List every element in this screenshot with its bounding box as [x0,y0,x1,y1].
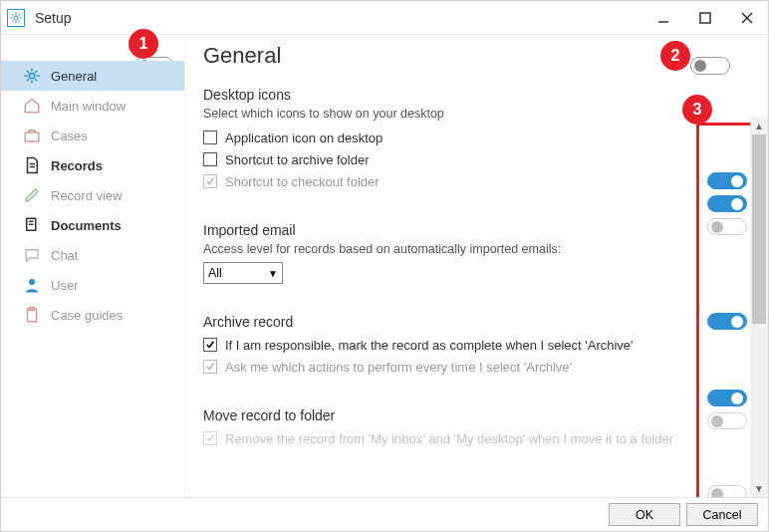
annotation-badge-2: 2 [660,41,690,71]
sidebar-item-label: Cases [51,129,88,143]
option-app-icon-desktop[interactable]: Application icon on desktop [203,127,688,148]
scroll-down-icon[interactable]: ▼ [750,479,768,497]
annotation-badge-1: 1 [128,29,158,59]
option-label: Ask me which actions to perform every ti… [225,360,572,375]
clipboard-icon [23,306,41,324]
annotation-toggles-column [696,123,758,511]
option-move-remove: Remove the record from 'My inbox' and 'M… [203,427,688,449]
option-label: Remove the record from 'My inbox' and 'M… [225,431,673,446]
sidebar-item-label: Documents [51,218,122,233]
svg-point-13 [29,73,34,78]
dialog-footer: OK Cancel [1,497,768,531]
svg-line-20 [27,79,29,81]
minimize-button[interactable] [642,1,684,35]
checkbox-icon [203,338,217,352]
option-label: If I am responsible, mark the record as … [225,338,634,353]
svg-line-7 [12,20,14,22]
option-archive-complete[interactable]: If I am responsible, mark the record as … [203,334,688,356]
gear-icon [23,67,41,85]
checkbox-icon [203,131,217,144]
sidebar-item-records[interactable]: Records [1,150,184,180]
checkbox-icon [203,174,217,188]
option-label: Application icon on desktop [225,131,383,145]
checkbox-icon [203,431,217,445]
section-desktop-icons-title: Desktop icons [203,87,688,103]
svg-line-21 [35,71,37,73]
window-title: Setup [35,10,72,26]
option-label: Shortcut to checkout folder [225,174,380,189]
page-title: General [203,43,688,69]
option-shortcut-checkout: Shortcut to checkout folder [203,170,688,192]
sidebar-item-label: Case guides [51,308,123,323]
pencil-icon [23,186,41,204]
svg-rect-10 [700,13,710,23]
briefcase-icon [23,127,41,144]
section-desktop-icons-sub: Select which icons to show on your deskt… [203,107,688,121]
svg-line-8 [19,14,21,16]
sidebar-item-main-window[interactable]: Main window [1,91,184,121]
maximize-button[interactable] [684,1,726,35]
home-icon [23,97,41,115]
toggle-shortcut-archive[interactable] [707,195,747,212]
sidebar-item-record-view[interactable]: Record view [1,180,184,210]
checkbox-icon [203,152,217,166]
sidebar: General Main window Cases Records Record… [1,35,184,497]
scroll-thumb[interactable] [752,134,766,324]
user-icon [23,276,41,294]
svg-line-6 [19,20,21,22]
toggle-archive-ask[interactable] [707,412,747,429]
documents-icon [23,216,41,234]
window-controls [642,1,768,35]
document-icon [23,156,41,174]
sidebar-item-label: Chat [51,248,78,263]
close-button[interactable] [726,1,768,35]
select-value: All [208,266,222,280]
ok-button[interactable]: OK [609,503,680,526]
sidebar-item-cases[interactable]: Cases [1,121,184,150]
svg-line-19 [35,79,37,81]
sidebar-item-general[interactable]: General [1,61,184,91]
sidebar-item-label: Records [51,158,103,173]
svg-point-28 [29,279,35,285]
sidebar-item-case-guides[interactable]: Case guides [1,300,184,330]
sidebar-item-label: User [51,278,78,293]
vertical-scrollbar[interactable]: ▲ ▼ [750,117,768,497]
section-imported-email-title: Imported email [203,222,688,238]
toggle-archive-complete[interactable] [707,390,747,406]
app-icon [7,9,25,27]
toggle-shortcut-checkout[interactable] [707,218,747,235]
sidebar-item-label: Record view [51,188,123,203]
title-bar: Setup [1,1,768,35]
section-imported-email-sub: Access level for records based on automa… [203,242,688,256]
svg-line-18 [27,71,29,73]
scroll-up-icon[interactable]: ▲ [750,117,768,134]
chat-icon [23,246,41,264]
option-archive-ask: Ask me which actions to perform every ti… [203,356,688,378]
annotation-badge-3: 3 [682,95,712,125]
content-panel: General Desktop icons Select which icons… [184,35,768,497]
cancel-button[interactable]: Cancel [686,503,758,526]
access-level-select[interactable]: All ▼ [203,262,283,284]
sidebar-item-label: General [51,69,97,84]
sidebar-item-chat[interactable]: Chat [1,240,184,270]
checkbox-icon [203,360,217,374]
section-archive-record-title: Archive record [203,314,688,330]
sidebar-item-documents[interactable]: Documents [1,210,184,240]
sidebar-item-user[interactable]: User [1,270,184,300]
chevron-down-icon: ▼ [268,268,278,279]
svg-line-5 [12,14,14,16]
svg-rect-22 [25,133,39,141]
option-label: Shortcut to archive folder [225,152,370,167]
sidebar-item-label: Main window [51,99,126,114]
section-move-record-title: Move record to folder [203,407,688,423]
toggle-app-icon[interactable] [707,172,747,189]
svg-point-0 [14,16,18,20]
toggle-access-level[interactable] [707,313,747,330]
option-shortcut-archive[interactable]: Shortcut to archive folder [203,148,688,170]
